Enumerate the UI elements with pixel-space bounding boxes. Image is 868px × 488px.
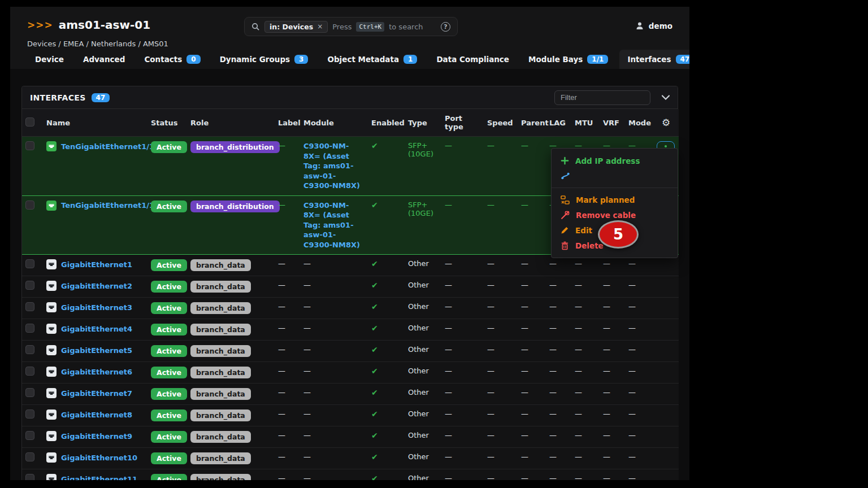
column-header: Enabled: [371, 119, 405, 127]
row-checkbox[interactable]: [25, 409, 34, 419]
column-header: VRF: [603, 119, 619, 127]
interface-name-link[interactable]: GigabitEthernet8: [61, 411, 132, 419]
module-cell: —: [303, 324, 311, 332]
row-checkbox[interactable]: [25, 201, 34, 210]
status-badge: Active: [151, 259, 187, 271]
interface-name-link[interactable]: GigabitEthernet10: [61, 454, 137, 462]
vrf-cell: —: [603, 281, 610, 289]
tab-dynamic-groups[interactable]: Dynamic Groups3: [212, 50, 316, 69]
annotation-badge: 5: [598, 220, 639, 249]
column-header: Type: [408, 119, 427, 127]
vrf-cell: —: [603, 452, 610, 461]
menu-item-trace-cable[interactable]: [552, 168, 678, 184]
role-badge: branch_data: [190, 452, 251, 464]
search-icon: [251, 23, 260, 31]
ethernet-port-icon: [46, 259, 57, 269]
tab-object-metadata[interactable]: Object Metadata1: [319, 50, 425, 69]
module-cell: —: [303, 431, 311, 439]
search-filter-chip[interactable]: in: Devices ×: [264, 21, 328, 33]
menu-item-mark-planned[interactable]: Mark planned: [552, 192, 678, 207]
parent-cell: —: [521, 367, 528, 375]
status-badge: Active: [151, 141, 187, 153]
row-checkbox[interactable]: [25, 388, 34, 397]
interface-name-link[interactable]: GigabitEthernet5: [61, 346, 132, 355]
interface-name-link[interactable]: TenGigabitEthernet1/1/1: [61, 142, 162, 151]
column-header: Name: [46, 119, 70, 127]
table-row: GigabitEthernet2 Active branch_data — — …: [22, 276, 679, 298]
module-cell: —: [303, 367, 311, 375]
interface-name-link[interactable]: GigabitEthernet11: [61, 475, 137, 480]
row-checkbox[interactable]: [25, 345, 34, 354]
column-header: Role: [190, 119, 209, 127]
parent-cell: —: [521, 324, 528, 332]
global-search[interactable]: in: Devices × Press Ctrl+K to search ?: [244, 17, 458, 36]
row-checkbox[interactable]: [25, 367, 34, 376]
role-badge: branch_data: [190, 409, 251, 421]
row-checkbox[interactable]: [25, 141, 34, 150]
type-cell: Other: [408, 302, 429, 311]
interface-name-link[interactable]: GigabitEthernet4: [61, 325, 132, 333]
tab-contacts[interactable]: Contacts0: [136, 50, 208, 69]
row-checkbox[interactable]: [25, 474, 34, 480]
row-checkbox[interactable]: [25, 281, 34, 290]
role-badge: branch_data: [190, 259, 251, 271]
plus-icon: [561, 156, 569, 165]
tab-module-bays[interactable]: Module Bays1/1: [520, 50, 616, 69]
speed-cell: —: [487, 431, 494, 439]
module-link[interactable]: C9300-NM-8X= (Asset Tag: ams01-asw-01-C9…: [303, 142, 360, 190]
interface-name-link[interactable]: GigabitEthernet9: [61, 432, 132, 441]
speed-cell: —: [487, 281, 494, 289]
page-title: ams01-asw-01: [59, 18, 150, 32]
type-cell: Other: [408, 474, 429, 480]
row-checkbox[interactable]: [25, 259, 34, 268]
chevron-down-icon[interactable]: [662, 95, 670, 100]
interface-name-link[interactable]: GigabitEthernet3: [61, 303, 132, 312]
speed-cell: —: [487, 367, 494, 375]
interface-name-link[interactable]: GigabitEthernet2: [61, 282, 132, 290]
column-header: Label: [278, 119, 301, 127]
filter-input[interactable]: [554, 90, 650, 105]
speed-cell: —: [487, 474, 494, 480]
status-badge: Active: [151, 474, 187, 480]
table-settings-gear-icon[interactable]: ⚙: [662, 117, 670, 128]
status-badge: Active: [151, 452, 187, 464]
column-header: Port type: [445, 114, 463, 131]
interface-name-link[interactable]: GigabitEthernet7: [61, 389, 132, 398]
vrf-cell: —: [603, 302, 610, 311]
parent-cell: —: [521, 302, 528, 311]
ethernet-port-icon: [46, 302, 57, 312]
module-link[interactable]: C9300-NM-8X= (Asset Tag: ams01-asw-01-C9…: [303, 201, 360, 249]
search-hint-post: to search: [389, 23, 423, 31]
row-checkbox[interactable]: [25, 324, 34, 333]
mtu-cell: —: [575, 259, 582, 268]
mode-cell: —: [628, 409, 636, 418]
mtu-cell: —: [575, 367, 582, 375]
chip-close-icon[interactable]: ×: [317, 23, 323, 30]
port_type-cell: —: [445, 452, 452, 461]
parent-cell: —: [521, 474, 528, 480]
tab-data-compliance[interactable]: Data Compliance: [428, 50, 517, 69]
select-all-checkbox[interactable]: [25, 117, 34, 127]
help-icon[interactable]: ?: [441, 22, 450, 32]
type-cell: Other: [408, 259, 429, 268]
column-header: Mode: [628, 119, 651, 127]
user-menu[interactable]: demo: [635, 21, 672, 30]
label-cell: —: [278, 388, 285, 396]
row-checkbox[interactable]: [25, 302, 34, 311]
interface-name-link[interactable]: TenGigabitEthernet1/1/2: [61, 201, 162, 210]
row-checkbox[interactable]: [25, 452, 34, 461]
row-checkbox[interactable]: [25, 431, 34, 440]
tab-advanced[interactable]: Advanced: [75, 50, 133, 69]
port_type-cell: —: [445, 281, 452, 289]
lag-cell: —: [549, 367, 557, 375]
menu-item-add-ip-address[interactable]: Add IP address: [552, 153, 678, 168]
module-cell: —: [303, 452, 311, 461]
interface-name-link[interactable]: GigabitEthernet1: [61, 260, 132, 269]
tab-device[interactable]: Device: [27, 50, 72, 69]
label-cell: —: [278, 409, 285, 418]
interface-name-link[interactable]: GigabitEthernet6: [61, 368, 132, 376]
menu-item-label: Remove cable: [576, 211, 636, 220]
ethernet-port-icon: [46, 452, 57, 463]
tab-interfaces[interactable]: Interfaces47: [619, 50, 689, 69]
mode-cell: —: [628, 324, 636, 332]
